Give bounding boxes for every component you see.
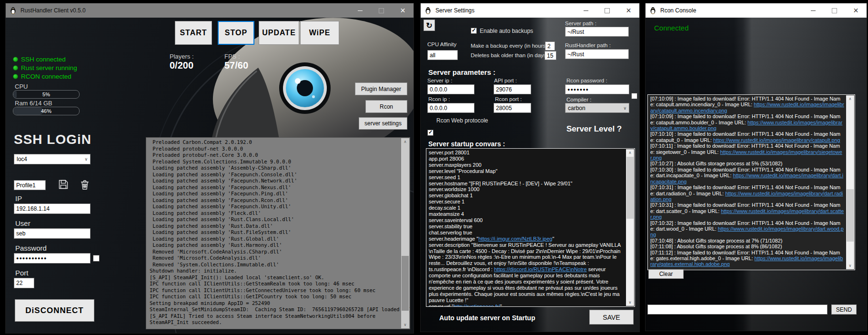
minimize-button[interactable] [802,3,824,18]
titlebar[interactable]: Server Settings × [421,3,639,18]
api-port-field[interactable] [494,84,531,94]
server-path-field[interactable] [565,27,629,37]
scroll-down-icon[interactable]: ∨ [626,299,634,306]
maximize-button[interactable] [824,3,845,18]
log-entry: [07:10:32] : Image failed to download! E… [650,220,844,238]
status-rcon-connected: RCON connected [13,73,71,80]
password-field[interactable] [14,253,91,264]
window-rcon-console: Rcon Console × Connected [07:10:09] : Im… [645,3,867,331]
rcon-button[interactable]: Rcon [365,100,407,113]
compiler-label: Compiler : [566,97,591,102]
save-button[interactable]: SAVE [589,310,634,325]
server-settings-button[interactable]: server settings [359,117,407,130]
ram-label: Ram 6/14 GB [15,100,52,107]
inline-link[interactable]: https://www.rustedit.io/images/imagelibr… [713,137,840,143]
startup-convars-editor[interactable]: server.port 28001 app.port 28006 server.… [426,148,635,307]
players-value: 0/200 [170,60,193,71]
delete-bak-field[interactable] [545,51,556,60]
rusthandler-path-field[interactable] [565,49,629,59]
user-label: User [15,219,30,227]
ssh-profile-dropdown[interactable]: loc4 ∨ [14,154,91,164]
profile-name-field[interactable] [14,180,46,190]
maximize-button[interactable] [596,3,618,18]
log-entry: [07:10:09] : Image failed to download! E… [650,96,844,113]
password-label: Password [15,244,47,252]
show-rcon-password-checkbox[interactable] [631,93,637,99]
server-ip-field[interactable] [427,84,474,94]
minimize-button[interactable] [349,3,371,18]
console-scrollbar[interactable]: ∧ ∨ [401,138,409,328]
ram-progress-text: 46% [13,107,79,115]
save-profile-button[interactable] [57,178,70,191]
status-dot-icon [13,74,18,79]
refresh-button[interactable]: ↻ [424,20,435,31]
show-password-checkbox[interactable] [93,255,100,262]
compiler-dropdown[interactable]: carbon ∨ [565,103,629,113]
status-dot-icon [13,65,18,71]
clear-button[interactable]: Clear [648,269,684,279]
log-entry: [07:11:12] : Image failed to download! E… [650,250,844,267]
backup-every-field[interactable] [545,41,555,51]
rcon-log-scrollbar[interactable]: ∧ ∨ [846,95,854,269]
client-console[interactable]: Preloaded Carbon.Compat 2.0.192.0 Preloa… [146,137,410,329]
server-level-text: Server Level ? [566,124,622,134]
window-title: RustHandler Client v0.5.0 [20,7,86,14]
trash-icon [80,179,90,190]
scroll-down-icon[interactable]: ∨ [401,321,409,328]
titlebar[interactable]: RustHandler Client v0.5.0 × [6,3,414,18]
user-field[interactable] [14,228,91,239]
penguin-icon [424,7,432,14]
api-port-label: API port : [494,78,517,83]
rcon-port-field[interactable] [494,103,531,113]
titlebar[interactable]: Rcon Console × [646,3,867,18]
rcon-password-field[interactable] [565,84,629,94]
close-button[interactable]: × [845,3,867,18]
rusthandler-path-label: RustHandler path : [565,42,611,48]
plugin-manager-button[interactable]: Plugin Manager [355,82,407,95]
penguin-icon [10,7,17,14]
minimize-button[interactable] [575,3,596,18]
maximize-button [371,3,392,18]
rcon-web-protocol-checkbox[interactable] [427,130,434,136]
scroll-up-icon[interactable]: ∧ [626,149,634,156]
delete-profile-button[interactable] [79,178,91,191]
stop-button[interactable]: STOP [218,21,254,45]
inline-link[interactable]: https://i.imgur.com/NztLB3r.jpeg [478,236,552,242]
log-entry: [07:10:27] : Absolut Gifts storage proce… [650,161,844,166]
auto-update-startup-label: Auto update server on Startup [439,314,535,322]
scroll-up-icon[interactable]: ∧ [401,138,409,145]
delete-bak-label: Deletes bak older than (in days) [471,52,548,58]
scroll-down-icon[interactable]: ∨ [846,262,854,269]
fps-label: FPS : [224,53,240,60]
rcon-log[interactable]: [07:10:09] : Image failed to download! E… [647,94,855,270]
update-button[interactable]: UPDATE [259,21,299,45]
ip-field[interactable] [14,203,91,214]
rcon-password-label: Rcon password : [566,78,607,83]
scroll-up-icon[interactable]: ∧ [846,95,854,102]
inline-link[interactable]: https://discord.io/RUSTinPEACE\nNotre [494,266,587,272]
start-button[interactable]: START [175,21,212,45]
disconnect-button[interactable]: DiSCONNECT [15,299,94,322]
client-console-text: Preloaded Carbon.Compat 2.0.192.0 Preloa… [146,138,410,327]
ssh-login-heading: SSH LOGiN [14,132,91,147]
window-title: Server Settings [435,7,474,14]
server-parameters-heading: Server parameters : [428,68,495,76]
cpu-label: CPU [15,83,28,90]
convars-scrollbar[interactable]: ∧ ∨ [626,149,634,306]
wipe-button[interactable]: WiPE [300,21,339,45]
log-entry: [07:11:08] : Absolut Gifts storage proce… [650,244,844,249]
rcon-connection-status: Connected [654,24,689,32]
close-button[interactable]: × [392,3,414,18]
enable-auto-backups-checkbox[interactable] [471,28,477,34]
floppy-disk-icon [58,179,69,190]
inline-link[interactable]: http://rustinpeace.fr/ [454,304,500,306]
cpu-affinity-field[interactable] [427,50,458,60]
rcon-command-input[interactable] [647,305,828,315]
chevron-down-icon: ∨ [84,157,88,162]
port-field[interactable] [14,278,34,288]
rcon-ip-field[interactable] [427,103,474,113]
close-button[interactable]: × [618,3,639,18]
rcon-port-label: Rcon port : [495,96,522,102]
log-entry: [07:10:31] : Image failed to download! E… [650,184,844,202]
send-button[interactable]: SEND [831,305,857,315]
